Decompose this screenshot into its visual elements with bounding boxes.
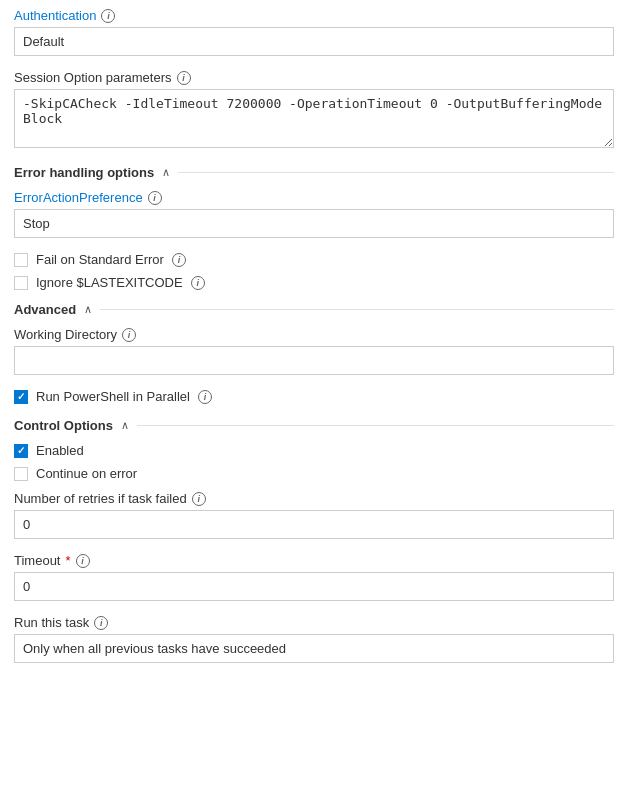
control-options-chevron-icon[interactable]: ∧ (121, 419, 129, 432)
main-container: Authentication i Session Option paramete… (0, 0, 628, 685)
timeout-label-row: Timeout * i (14, 553, 614, 568)
error-action-group: ErrorActionPreference i (14, 190, 614, 238)
run-this-task-input[interactable] (14, 634, 614, 663)
advanced-divider (100, 309, 614, 310)
error-action-input[interactable] (14, 209, 614, 238)
authentication-info-icon[interactable]: i (101, 9, 115, 23)
error-action-info-icon[interactable]: i (148, 191, 162, 205)
fail-on-std-error-row: Fail on Standard Error i (14, 252, 614, 267)
run-parallel-row: Run PowerShell in Parallel i (14, 389, 614, 404)
error-handling-title: Error handling options (14, 165, 154, 180)
run-this-task-info-icon[interactable]: i (94, 616, 108, 630)
timeout-input[interactable] (14, 572, 614, 601)
retries-input[interactable] (14, 510, 614, 539)
run-this-task-group: Run this task i (14, 615, 614, 663)
working-dir-label: Working Directory (14, 327, 117, 342)
run-this-task-label-row: Run this task i (14, 615, 614, 630)
control-options-title: Control Options (14, 418, 113, 433)
retries-label-row: Number of retries if task failed i (14, 491, 614, 506)
control-options-section-header: Control Options ∧ (14, 418, 614, 433)
run-this-task-label: Run this task (14, 615, 89, 630)
enabled-row: Enabled (14, 443, 614, 458)
error-handling-section-header: Error handling options ∧ (14, 165, 614, 180)
ignore-last-exit-row: Ignore $LASTEXITCODE i (14, 275, 614, 290)
run-parallel-checkbox[interactable] (14, 390, 28, 404)
run-parallel-info-icon[interactable]: i (198, 390, 212, 404)
advanced-title: Advanced (14, 302, 76, 317)
session-options-label: Session Option parameters (14, 70, 172, 85)
enabled-checkbox[interactable] (14, 444, 28, 458)
error-handling-chevron-icon[interactable]: ∧ (162, 166, 170, 179)
retries-info-icon[interactable]: i (192, 492, 206, 506)
authentication-group: Authentication i (14, 8, 614, 56)
fail-on-std-error-checkbox[interactable] (14, 253, 28, 267)
retries-group: Number of retries if task failed i (14, 491, 614, 539)
control-options-divider (137, 425, 614, 426)
ignore-last-exit-info-icon[interactable]: i (191, 276, 205, 290)
authentication-label-row: Authentication i (14, 8, 614, 23)
fail-on-std-error-label: Fail on Standard Error (36, 252, 164, 267)
session-options-info-icon[interactable]: i (177, 71, 191, 85)
working-dir-info-icon[interactable]: i (122, 328, 136, 342)
working-dir-group: Working Directory i (14, 327, 614, 375)
error-action-label-row: ErrorActionPreference i (14, 190, 614, 205)
ignore-last-exit-label: Ignore $LASTEXITCODE (36, 275, 183, 290)
working-dir-label-row: Working Directory i (14, 327, 614, 342)
run-parallel-label: Run PowerShell in Parallel (36, 389, 190, 404)
session-options-label-row: Session Option parameters i (14, 70, 614, 85)
authentication-input[interactable] (14, 27, 614, 56)
continue-on-error-label: Continue on error (36, 466, 137, 481)
error-handling-divider (178, 172, 614, 173)
error-action-label: ErrorActionPreference (14, 190, 143, 205)
timeout-label: Timeout (14, 553, 60, 568)
enabled-label: Enabled (36, 443, 84, 458)
timeout-group: Timeout * i (14, 553, 614, 601)
timeout-info-icon[interactable]: i (76, 554, 90, 568)
working-dir-input[interactable] (14, 346, 614, 375)
continue-on-error-row: Continue on error (14, 466, 614, 481)
session-options-textarea[interactable]: -SkipCACheck -IdleTimeout 7200000 -Opera… (14, 89, 614, 148)
session-options-group: Session Option parameters i -SkipCACheck… (14, 70, 614, 151)
fail-on-std-error-info-icon[interactable]: i (172, 253, 186, 267)
advanced-chevron-icon[interactable]: ∧ (84, 303, 92, 316)
retries-label: Number of retries if task failed (14, 491, 187, 506)
timeout-required-star: * (65, 553, 70, 568)
authentication-label: Authentication (14, 8, 96, 23)
advanced-section-header: Advanced ∧ (14, 302, 614, 317)
continue-on-error-checkbox[interactable] (14, 467, 28, 481)
ignore-last-exit-checkbox[interactable] (14, 276, 28, 290)
